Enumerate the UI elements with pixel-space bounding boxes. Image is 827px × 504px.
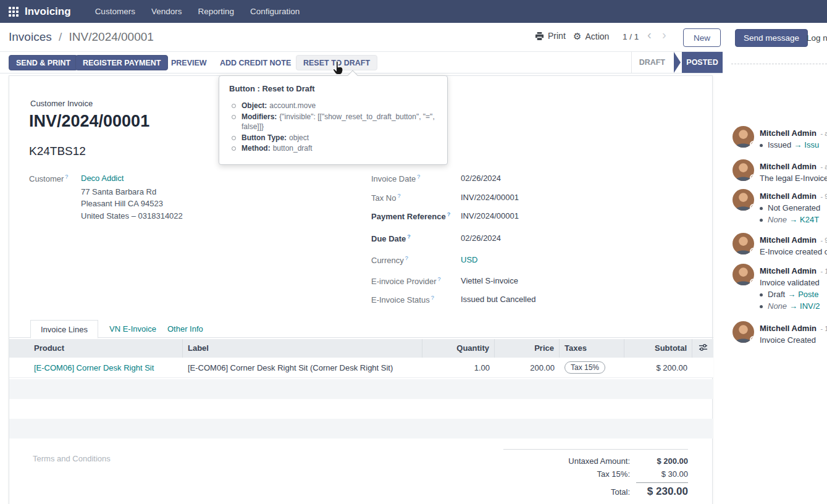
optional-columns-icon[interactable] <box>692 343 713 354</box>
cursor-pointer-icon <box>331 61 344 77</box>
einvoice-provider-value[interactable]: Viettel S-invoice <box>461 276 518 285</box>
help-icon: ? <box>447 211 451 217</box>
author-name[interactable]: Mitchell Admin <box>760 191 817 201</box>
send-message-button[interactable]: Send message <box>735 29 808 47</box>
total-value: $ 230.00 <box>636 482 688 498</box>
author-name[interactable]: Mitchell Admin <box>760 162 817 171</box>
arrow-right-icon: → <box>789 301 797 311</box>
price-column-header[interactable]: Price <box>495 339 560 358</box>
chatter-divider <box>731 64 827 64</box>
message-text: Invoice Created <box>760 335 816 345</box>
action-button[interactable]: ⚙ Action <box>573 31 609 42</box>
nav-item-vendors[interactable]: Vendors <box>151 7 182 16</box>
taxes-column-header[interactable]: Taxes <box>560 339 624 358</box>
tab-invoice-lines[interactable]: Invoice Lines <box>30 320 98 338</box>
help-icon: ? <box>405 255 408 261</box>
tooltip-item-object: Object:account.move <box>229 101 437 111</box>
quantity-column-header[interactable]: Quantity <box>422 339 495 358</box>
tab-vn-e-invoice[interactable]: VN E-Invoice <box>99 320 166 338</box>
pager-value: 1 / 1 <box>623 32 639 41</box>
currency-label: Currency? <box>371 256 408 265</box>
untaxed-amount-row: Untaxed Amount: $ 200.00 <box>503 455 688 468</box>
einvoice-status-value[interactable]: Issued but Cancelled <box>461 295 535 304</box>
breadcrumb-invoices-link[interactable]: Invoices <box>9 30 52 43</box>
product-column-header[interactable]: Product <box>29 339 183 358</box>
customer-address-line: United States – 0318314022 <box>81 211 183 220</box>
row-subtotal-cell: $ 200.00 <box>624 363 692 372</box>
row-price-cell[interactable]: 200.00 <box>495 363 560 372</box>
table-header-row: Product Label Quantity Price Taxes Subto… <box>9 339 713 358</box>
row-quantity-cell[interactable]: 1.00 <box>422 363 495 372</box>
field-einvoice-status: E-Invoice Status? Issued but Cancelled <box>371 295 692 304</box>
status-widget: DRAFT POSTED <box>631 52 723 73</box>
label-column-header[interactable]: Label <box>183 339 422 358</box>
row-taxes-cell[interactable]: Tax 15% <box>560 361 624 374</box>
message-time: - 9 <box>821 237 827 244</box>
screen: Invoicing Customers Vendors Reporting Co… <box>0 0 827 504</box>
untaxed-amount-value: $ 200.00 <box>636 455 688 468</box>
pager-previous-icon[interactable]: ‹ <box>647 28 652 42</box>
nav-item-configuration[interactable]: Configuration <box>250 7 300 16</box>
avatar[interactable] <box>733 159 754 181</box>
avatar[interactable] <box>733 264 754 285</box>
pager-next-icon[interactable]: › <box>662 28 666 42</box>
avatar[interactable] <box>733 189 754 211</box>
subtotal-column-header[interactable]: Subtotal <box>624 339 692 358</box>
help-icon: ? <box>438 276 441 282</box>
tax-badge[interactable]: Tax 15% <box>565 361 605 374</box>
einvoice-status-label: E-Invoice Status? <box>371 295 434 304</box>
help-icon: ? <box>417 174 420 180</box>
message-header: Mitchell Admin - a <box>760 162 827 171</box>
table-row[interactable]: [E-COM06] Corner Desk Right Sit [E-COM06… <box>9 358 713 378</box>
notebook-tabs: Invoice Lines VN E-Invoice Other Info <box>9 320 713 338</box>
apps-grid-icon[interactable] <box>9 7 19 17</box>
add-credit-note-button[interactable]: ADD CREDIT NOTE <box>213 55 298 70</box>
author-name[interactable]: Mitchell Admin <box>760 235 817 245</box>
avatar[interactable] <box>733 126 754 148</box>
app-menu-invoicing[interactable]: Invoicing <box>25 6 71 18</box>
customer-address-line: Pleasant Hill CA 94523 <box>81 199 163 208</box>
invoice-date-value[interactable]: 02/26/2024 <box>461 174 501 183</box>
author-name[interactable]: Mitchell Admin <box>760 324 817 333</box>
author-name[interactable]: Mitchell Admin <box>760 266 817 275</box>
customer-link[interactable]: Deco Addict <box>81 174 124 183</box>
nav-item-reporting[interactable]: Reporting <box>198 7 234 16</box>
currency-value-link[interactable]: USD <box>461 255 477 264</box>
arrow-right-icon: → <box>794 140 802 149</box>
tracking-change: None→INV/2 <box>768 301 820 311</box>
print-button[interactable]: Print <box>535 31 566 41</box>
status-circle-icon <box>750 141 754 148</box>
send-print-button[interactable]: SEND & PRINT <box>9 55 78 70</box>
author-name[interactable]: Mitchell Admin <box>760 128 817 138</box>
message-header: Mitchell Admin - 1 <box>760 266 827 275</box>
tax-no-label: Tax No? <box>371 193 400 203</box>
message-header: Mitchell Admin - 9 <box>760 235 827 245</box>
customer-address-line: 77 Santa Barbara Rd <box>81 187 156 196</box>
new-button[interactable]: New <box>683 28 721 47</box>
status-circle-icon <box>750 174 754 181</box>
due-date-label: Due Date? <box>371 234 411 243</box>
avatar[interactable] <box>733 321 754 343</box>
avatar[interactable] <box>733 233 754 254</box>
due-date-value[interactable]: 02/26/2024 <box>461 233 501 243</box>
status-state-posted[interactable]: POSTED <box>682 52 723 73</box>
preview-button[interactable]: PREVIEW <box>164 55 214 70</box>
tab-other-info[interactable]: Other Info <box>157 320 213 338</box>
status-circle-icon <box>750 279 754 285</box>
field-due-date: Due Date? 02/26/2024 <box>371 233 692 243</box>
top-navbar: Invoicing Customers Vendors Reporting Co… <box>0 0 827 23</box>
tooltip-title: Button : Reset to Draft <box>229 84 437 93</box>
field-payment-reference: Payment Reference? INV/2024/00001 <box>371 211 692 221</box>
payment-reference-value[interactable]: INV/2024/00001 <box>461 211 519 220</box>
terms-and-conditions-placeholder[interactable]: Terms and Conditions <box>33 454 111 463</box>
log-note-button[interactable]: Log n <box>807 33 827 43</box>
tax-no-value[interactable]: INV/2024/00001 <box>461 193 519 202</box>
tax-label: Tax 15%: <box>503 468 636 481</box>
row-product-link[interactable]: [E-COM06] Corner Desk Right Sit <box>29 363 183 372</box>
register-payment-button[interactable]: REGISTER PAYMENT <box>75 55 168 70</box>
status-state-draft[interactable]: DRAFT <box>639 58 665 67</box>
row-label-cell[interactable]: [E-COM06] Corner Desk Right Sit (Corner … <box>183 363 422 372</box>
statusbar: SEND & PRINT REGISTER PAYMENT PREVIEW AD… <box>0 52 723 74</box>
nav-item-customers[interactable]: Customers <box>95 7 135 16</box>
payment-reference-label: Payment Reference? <box>371 212 450 221</box>
